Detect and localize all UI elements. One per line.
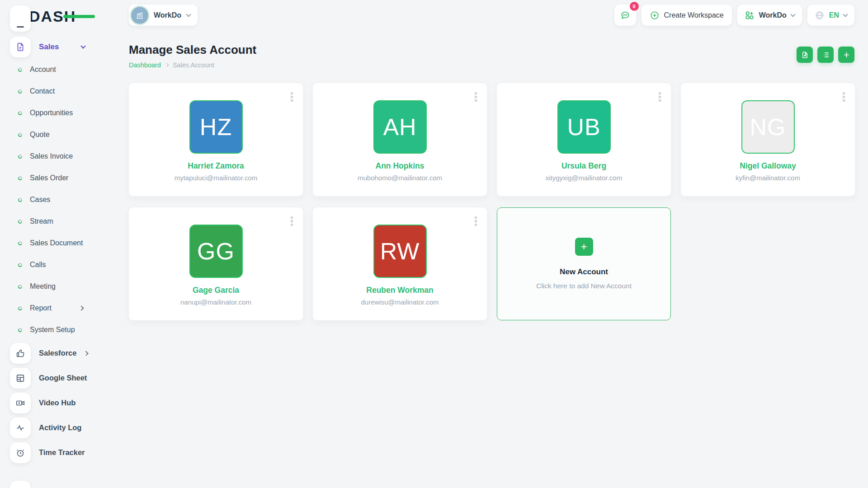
bullet-icon: [18, 175, 23, 181]
account-avatar: NG: [741, 100, 795, 154]
sidebar-item-label: Opportunities: [30, 109, 118, 117]
plus-icon: +: [575, 238, 593, 256]
card-menu-button[interactable]: [473, 90, 479, 103]
account-avatar: AH: [373, 100, 427, 154]
sidebar-item-report[interactable]: Report: [0, 297, 118, 319]
account-email: mubohomo@mailinator.com: [358, 174, 442, 182]
sidebar-item-opportunities[interactable]: Opportunities: [0, 102, 118, 124]
table-icon: [10, 368, 31, 389]
sidebar-item-sales-invoice[interactable]: Sales Invoice: [0, 145, 118, 167]
sidebar-item-label: Stream: [30, 217, 118, 225]
sidebar-item-contact[interactable]: Contact: [0, 80, 118, 102]
messages-badge: 0: [630, 2, 639, 11]
building-icon: [135, 11, 144, 20]
account-card: AHAnn Hopkinsmubohomo@mailinator.com: [313, 83, 487, 196]
video-camera-icon: [10, 393, 31, 413]
page-title: Manage Sales Account: [129, 43, 256, 57]
toolbar: [797, 47, 854, 63]
bullet-icon: [18, 67, 23, 72]
main-content: Manage Sales Account Dashboard Sales Acc…: [129, 43, 854, 320]
create-workspace-button[interactable]: Create Workspace: [642, 5, 732, 26]
card-menu-button[interactable]: [841, 90, 847, 103]
sidebar-section-sales[interactable]: Sales: [0, 35, 118, 59]
accounts-grid: HZHarriet Zamoramytapuluci@mailinator.co…: [129, 83, 854, 320]
breadcrumb-dashboard-link[interactable]: Dashboard: [129, 61, 161, 69]
sidebar-item-label: Meeting: [30, 282, 118, 291]
grid-plus-icon: [745, 10, 755, 20]
export-file-icon: [801, 51, 809, 59]
chevron-down-icon: [186, 12, 191, 17]
sidebar-nav: SalesAccountContactOpportunitiesQuoteSal…: [0, 35, 118, 465]
card-menu-button[interactable]: [289, 215, 295, 228]
alarm-clock-icon: [10, 442, 31, 463]
top-bar: DASH WorkDo 0 Create Workspace: [0, 0, 868, 31]
export-button[interactable]: [797, 47, 813, 63]
bullet-icon: [18, 262, 23, 267]
sidebar-item-sales-document[interactable]: Sales Document: [0, 232, 118, 254]
account-name-link[interactable]: Nigel Galloway: [740, 161, 796, 171]
account-name-link[interactable]: Ann Hopkins: [376, 161, 425, 171]
account-name-link[interactable]: Harriet Zamora: [188, 161, 244, 171]
workspace-switcher[interactable]: WorkDo: [129, 5, 198, 26]
bullet-icon: [18, 154, 23, 159]
sidebar-item-sales-order[interactable]: Sales Order: [0, 167, 118, 189]
sidebar-item-meeting[interactable]: Meeting: [0, 276, 118, 297]
sidebar-item-label: System Setup: [30, 326, 118, 334]
sidebar-item-label: Sales Document: [30, 239, 118, 247]
sidebar-item-stream[interactable]: Stream: [0, 211, 118, 232]
sidebar-item-quote[interactable]: Quote: [0, 124, 118, 145]
breadcrumb: Dashboard Sales Account: [129, 61, 256, 69]
sidebar-item-partial-top: [10, 5, 31, 32]
card-menu-button[interactable]: [473, 215, 479, 228]
sidebar-item-google-sheet[interactable]: Google Sheet: [0, 366, 118, 390]
language-switcher[interactable]: EN: [807, 5, 854, 26]
sidebar-item-label: Google Sheet: [39, 374, 118, 382]
sidebar-item-label: Video Hub: [39, 399, 118, 407]
account-card: HZHarriet Zamoramytapuluci@mailinator.co…: [129, 83, 303, 196]
sidebar-item-time-tracker[interactable]: Time Tracker: [0, 440, 118, 465]
new-account-title: New Account: [560, 267, 608, 277]
account-name-link[interactable]: Ursula Berg: [561, 161, 606, 171]
app-switcher[interactable]: WorkDo: [737, 5, 802, 26]
sidebar-item-label: Contact: [30, 87, 118, 95]
add-account-button[interactable]: [838, 47, 854, 63]
sidebar-item-system-setup[interactable]: System Setup: [0, 319, 118, 341]
sidebar-item-label: Sales Order: [30, 174, 118, 182]
bullet-icon: [18, 219, 23, 224]
sidebar-item-video-hub[interactable]: Video Hub: [0, 390, 118, 415]
account-name-link[interactable]: Reuben Workman: [366, 286, 433, 295]
brand-logo-dash: [63, 15, 95, 18]
chevron-right-icon: [165, 63, 169, 67]
sidebar-item-account[interactable]: Account: [0, 59, 118, 80]
card-menu-button[interactable]: [289, 90, 295, 103]
account-avatar: UB: [557, 100, 611, 154]
messages-button[interactable]: 0: [614, 5, 636, 26]
account-avatar: GG: [189, 225, 243, 278]
sidebar-item-salesforce[interactable]: Salesforce: [0, 341, 118, 366]
bullet-icon: [18, 305, 23, 311]
document-icon: [10, 37, 31, 57]
list-view-button[interactable]: [817, 47, 834, 63]
sidebar-item-label: Time Tracker: [39, 448, 118, 457]
chevron-down-icon: [80, 43, 85, 48]
sidebar-section-label: Sales: [39, 42, 73, 52]
new-account-card[interactable]: +New AccountClick here to add New Accoun…: [497, 207, 671, 320]
sidebar-item-activity-log[interactable]: Activity Log: [0, 415, 118, 440]
sidebar-item-partial-bottom: [10, 481, 31, 488]
sidebar-item-calls[interactable]: Calls: [0, 254, 118, 276]
account-name-link[interactable]: Gage Garcia: [193, 286, 239, 295]
account-card: RWReuben Workmandurewisu@mailinator.com: [313, 207, 487, 320]
sidebar-item-label: Sales Invoice: [30, 152, 118, 160]
card-menu-button[interactable]: [657, 90, 663, 103]
chevron-down-icon: [843, 12, 848, 17]
chevron-down-icon: [790, 12, 795, 17]
chat-bubble-icon: [620, 10, 631, 21]
app-switcher-label: WorkDo: [759, 11, 787, 19]
account-email: nanupi@mailinator.com: [180, 298, 251, 306]
chevron-right-icon: [79, 305, 84, 310]
sidebar-item-cases[interactable]: Cases: [0, 189, 118, 211]
plus-icon: [842, 51, 851, 59]
account-email: mytapuluci@mailinator.com: [175, 174, 258, 182]
chevron-right-icon: [84, 351, 89, 355]
sidebar-item-label: Calls: [30, 261, 118, 269]
